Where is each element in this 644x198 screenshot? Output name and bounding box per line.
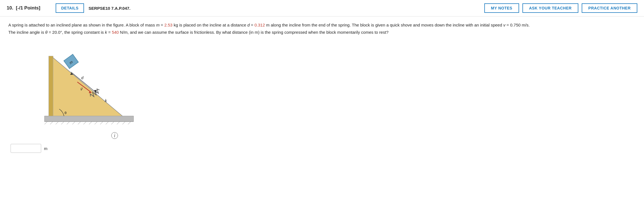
svg-line-5: [61, 122, 64, 124]
svg-line-6: [67, 122, 70, 124]
svg-line-7: [72, 122, 75, 124]
svg-text:θ: θ: [65, 111, 66, 115]
svg-line-13: [106, 122, 108, 124]
svg-line-15: [117, 122, 120, 124]
right-buttons: MY NOTES ASK YOUR TEACHER PRACTICE ANOTH…: [484, 3, 637, 13]
points-text: [-/1 Points]: [16, 5, 40, 11]
info-icon[interactable]: i: [111, 132, 118, 139]
answer-row: m: [11, 144, 636, 153]
page-wrapper: 10. [-/1 Points] DETAILS SERPSE10 7.A.P.…: [0, 0, 644, 198]
ask-teacher-button[interactable]: ASK YOUR TEACHER: [522, 3, 578, 13]
details-button[interactable]: DETAILS: [56, 3, 84, 13]
text-eq1: =: [160, 23, 164, 27]
practice-another-button[interactable]: PRACTICE ANOTHER: [582, 3, 637, 13]
unit-label: m: [44, 146, 48, 151]
svg-line-12: [100, 122, 103, 124]
svg-line-9: [83, 122, 86, 124]
svg-line-2: [45, 122, 47, 124]
k-value: 540: [112, 30, 119, 35]
text-eq2: =: [250, 23, 255, 27]
text-part1: A spring is attached to an inclined plan…: [8, 23, 156, 27]
svg-line-16: [122, 122, 125, 124]
svg-line-3: [50, 122, 53, 124]
content-area: A spring is attached to an inclined plan…: [0, 16, 644, 158]
svg-rect-0: [45, 116, 134, 122]
text-part3: N/m, and we can assume the surface is fr…: [119, 30, 389, 35]
m-value: 2.53: [164, 23, 172, 27]
svg-line-4: [56, 122, 58, 124]
my-notes-button[interactable]: MY NOTES: [484, 3, 519, 13]
problem-code: SERPSE10 7.A.P.047.: [88, 6, 480, 11]
svg-text:d: d: [81, 76, 84, 80]
problem-text: A spring is attached to an inclined plan…: [8, 21, 537, 36]
svg-line-17: [128, 122, 131, 124]
problem-number: 10. [-/1 Points]: [7, 5, 51, 11]
svg-text:k: k: [105, 98, 107, 103]
figure-area: d m v⃗ k θ: [36, 41, 636, 139]
d-value: 0.312: [255, 23, 265, 27]
m-variable: m: [156, 23, 160, 27]
svg-line-11: [95, 122, 97, 124]
header-bar: 10. [-/1 Points] DETAILS SERPSE10 7.A.P.…: [0, 0, 644, 16]
svg-line-14: [111, 122, 114, 124]
incline-diagram: d m v⃗ k θ: [36, 41, 139, 130]
answer-input[interactable]: [11, 144, 41, 153]
d-variable: d: [247, 23, 250, 27]
problem-number-text: 10.: [7, 5, 13, 11]
svg-rect-19: [49, 56, 53, 116]
svg-line-10: [89, 122, 92, 124]
svg-line-8: [78, 122, 81, 124]
text-unit1: kg is placed on the incline at a distanc…: [172, 23, 247, 27]
